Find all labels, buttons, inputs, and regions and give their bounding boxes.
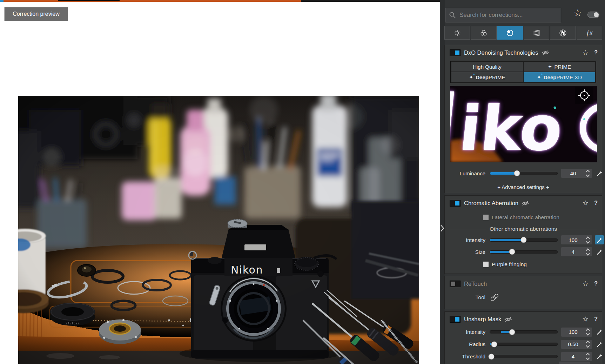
retouch-tool-label: Tool <box>450 294 485 301</box>
tab-effects[interactable]: ƒx <box>577 26 602 40</box>
um-intensity-spinner[interactable] <box>585 329 591 335</box>
ca-intensity-slider[interactable] <box>490 238 558 242</box>
um-intensity-label: Intensity <box>450 329 485 335</box>
ca-size-label: Size <box>450 249 485 255</box>
chromatic-enable-toggle[interactable] <box>450 200 461 207</box>
luminance-value: 40 <box>561 170 585 176</box>
um-intensity-value-box[interactable]: 100 <box>561 328 592 337</box>
other-ca-label: Other chromatic aberrations <box>490 226 557 232</box>
ca-size-spinner[interactable] <box>585 249 591 255</box>
search-corrections <box>445 8 561 22</box>
um-threshold-spinner[interactable] <box>585 353 591 359</box>
sun-icon <box>453 29 462 37</box>
denoising-enable-toggle[interactable] <box>450 49 461 56</box>
lateral-ca-checkbox[interactable] <box>483 215 489 220</box>
mode-deepprime-xd-button[interactable]: ✦✦ DeepPRIME XD <box>524 72 595 82</box>
correction-preview-button[interactable]: Correction preview <box>4 7 68 21</box>
luminance-slider[interactable] <box>490 172 558 175</box>
favorite-star-icon[interactable]: ☆ <box>582 279 589 288</box>
eye-slash-icon[interactable] <box>504 316 512 322</box>
retouch-title: ReTouch <box>464 281 487 287</box>
color-circles-icon <box>479 29 488 37</box>
ca-intensity-auto-wand-icon[interactable] <box>595 235 604 244</box>
ca-size-auto-wand-icon[interactable] <box>595 247 604 256</box>
section-unsharp-mask: Unsharp Mask ☆ ? Intensity <box>444 311 602 364</box>
unsharp-enable-toggle[interactable] <box>450 316 461 323</box>
retouch-enable-toggle[interactable] <box>450 281 461 287</box>
um-radius-spinner[interactable] <box>585 341 591 347</box>
um-radius-row: Radius 0.50 <box>445 338 602 350</box>
photo-scene: 2451597 <box>18 96 419 364</box>
preview-crosshair-icon[interactable] <box>575 87 593 104</box>
lateral-ca-row: Lateral chromatic aberration <box>445 213 602 222</box>
retouch-tool-row: Tool <box>445 292 602 302</box>
mode-high-quality-button[interactable]: High Quality <box>451 62 523 72</box>
um-threshold-slider[interactable] <box>490 355 558 358</box>
um-radius-auto-wand-icon[interactable] <box>595 340 604 349</box>
ca-intensity-row: Intensity 100 <box>445 234 602 245</box>
ca-intensity-value: 100 <box>561 237 585 243</box>
um-threshold-auto-wand-icon[interactable] <box>595 352 604 361</box>
um-threshold-value-box[interactable]: 4 <box>561 352 592 361</box>
help-icon[interactable]: ? <box>594 316 598 322</box>
favorites-filter-star-icon[interactable]: ☆ <box>572 7 583 19</box>
circle-bars-icon <box>559 29 567 37</box>
denoising-header: DxO Denoising Technologies ☆ ? <box>445 45 602 58</box>
um-radius-value: 0.50 <box>561 341 585 347</box>
panel-master-toggle[interactable] <box>587 12 599 18</box>
tab-detail[interactable] <box>497 26 523 40</box>
sparkle-icon: ✦ <box>548 64 552 69</box>
slider-fill <box>490 239 524 241</box>
tab-light[interactable] <box>444 26 470 40</box>
ca-intensity-value-box[interactable]: 100 <box>561 235 592 244</box>
photo-canvas[interactable]: 2451597 <box>18 96 419 364</box>
favorite-star-icon[interactable]: ☆ <box>582 315 589 323</box>
um-radius-slider-thumb[interactable] <box>491 341 497 347</box>
purple-fringing-label: Purple fringing <box>492 261 527 268</box>
favorite-star-icon[interactable]: ☆ <box>582 48 589 57</box>
tab-geometry[interactable] <box>524 26 549 40</box>
luminance-value-box[interactable]: 40 <box>561 169 592 178</box>
ca-intensity-slider-thumb[interactable] <box>521 237 527 243</box>
luminance-slider-thumb[interactable] <box>514 170 520 176</box>
ca-size-slider-thumb[interactable] <box>509 249 515 255</box>
bandaid-tool-icon[interactable] <box>490 293 499 302</box>
advanced-settings-link[interactable]: + Advanced settings + <box>445 184 602 190</box>
perspective-frame-icon <box>532 29 541 37</box>
purple-fringing-row: Purple fringing <box>445 259 602 269</box>
luminance-row: Luminance 40 <box>445 168 602 178</box>
um-intensity-slider-thumb[interactable] <box>509 329 515 335</box>
denoise-mode-grid: High Quality ✦ PRIME ✦✦ DeepPRIME ✦✦ Dee… <box>450 61 596 83</box>
other-ca-divider: Other chromatic aberrations <box>445 224 602 234</box>
mode-prime-button[interactable]: ✦ PRIME <box>524 62 595 72</box>
eye-slash-icon[interactable] <box>521 200 530 206</box>
favorite-star-icon[interactable]: ☆ <box>582 199 589 207</box>
denoise-preview-thumbnail[interactable]: iko <box>450 86 597 162</box>
eye-slash-icon[interactable] <box>541 50 550 56</box>
section-chromatic-aberration: Chromatic Aberration ☆ ? Lateral chromat… <box>444 195 602 274</box>
denoising-title: DxO Denoising Technologies <box>464 49 538 56</box>
ca-size-value: 4 <box>561 249 585 255</box>
help-icon[interactable]: ? <box>594 281 598 287</box>
um-threshold-slider-thumb[interactable] <box>488 353 494 359</box>
um-intensity-auto-wand-icon[interactable] <box>595 328 604 337</box>
panel-collapse-chevron-icon[interactable] <box>440 224 444 232</box>
search-input[interactable] <box>445 8 561 22</box>
tab-local-adjustments[interactable] <box>550 26 576 40</box>
help-icon[interactable]: ? <box>594 49 598 56</box>
ca-size-value-box[interactable]: 4 <box>561 247 592 256</box>
retouch-header: ReTouch ☆ ? <box>445 276 602 289</box>
ca-size-row: Size 4 <box>445 246 602 257</box>
mode-deepprime-button[interactable]: ✦✦ DeepPRIME <box>451 72 523 82</box>
luminance-spinner[interactable] <box>585 170 591 176</box>
um-intensity-slider[interactable] <box>490 330 558 333</box>
help-icon[interactable]: ? <box>594 200 598 206</box>
luminance-auto-wand-icon[interactable] <box>595 169 604 178</box>
ca-size-slider[interactable] <box>490 250 558 254</box>
purple-fringing-checkbox[interactable] <box>483 262 489 267</box>
tab-color[interactable] <box>471 26 496 40</box>
top-dark-strip <box>301 0 440 2</box>
ca-intensity-spinner[interactable] <box>585 237 591 243</box>
um-radius-slider[interactable] <box>490 343 558 346</box>
um-radius-value-box[interactable]: 0.50 <box>561 340 592 349</box>
